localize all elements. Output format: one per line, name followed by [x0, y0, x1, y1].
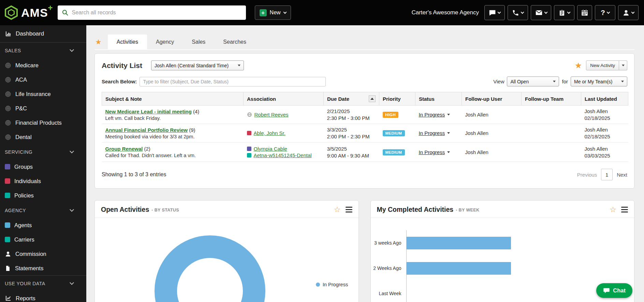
- column-association[interactable]: Association: [244, 92, 324, 106]
- due-time: 2:30 PM - 3:00 PM: [327, 115, 376, 121]
- sidebar-section-servicing[interactable]: SERVICING: [0, 144, 86, 160]
- sidebar-item-policies[interactable]: Policies: [0, 188, 86, 203]
- page-title: Activity List: [102, 61, 142, 70]
- completed-activities-card: My Completed Activities - BY WEEK ☆ 3 we…: [370, 200, 635, 302]
- tab-sales[interactable]: Sales: [183, 35, 214, 50]
- sidebar-item-carriers[interactable]: Carriers: [0, 232, 86, 247]
- sidebar-item-financial-products[interactable]: Financial Products: [0, 115, 86, 130]
- column-followup-user[interactable]: Follow-up User: [462, 92, 522, 106]
- favorite-star-icon[interactable]: ★: [95, 38, 102, 46]
- favorite-star-icon[interactable]: ☆: [334, 206, 341, 214]
- sidebar-item-dashboard[interactable]: Dashboard: [0, 25, 86, 42]
- due-date-cell: 3/3/2025 2:00 PM - 2:30 PM: [324, 124, 379, 142]
- subject-link[interactable]: Group Renewal: [105, 146, 143, 152]
- status-value: In Progress: [419, 149, 445, 155]
- sidebar-item-groups[interactable]: Groups: [0, 160, 86, 174]
- email-button[interactable]: [531, 5, 551, 20]
- column-priority[interactable]: Priority: [379, 92, 415, 106]
- column-subject-note[interactable]: Subject & Note: [102, 92, 244, 106]
- association-link[interactable]: Olympia Cable: [254, 146, 287, 152]
- status-dropdown[interactable]: In Progress: [419, 112, 450, 118]
- card-header: My Completed Activities - BY WEEK ☆: [371, 201, 634, 218]
- new-activity-dropdown-toggle[interactable]: [619, 60, 627, 70]
- subject-link[interactable]: New Medicare Lead - initial meeting: [105, 109, 192, 114]
- chevron-down-icon: [621, 81, 624, 82]
- hamburger-menu-icon[interactable]: [621, 207, 628, 213]
- sidebar-section-agency[interactable]: AGENCY: [0, 203, 86, 218]
- sidebar-item-pc[interactable]: P&C: [0, 101, 86, 115]
- tab-label: Searches: [223, 39, 246, 45]
- hamburger-menu-icon[interactable]: [346, 207, 352, 213]
- association-link[interactable]: Robert Reeves: [254, 112, 289, 118]
- tab-agency[interactable]: Agency: [147, 35, 183, 50]
- sidebar-section-use-your-data[interactable]: USE YOUR DATA: [0, 276, 86, 291]
- sidebar-item-statements[interactable]: Statements: [0, 261, 86, 275]
- status-dropdown[interactable]: In Progress: [419, 130, 450, 136]
- page: AMS+ + New Carter's Awesome Agency: [0, 0, 644, 302]
- sidebar-item-label: Groups: [14, 164, 33, 170]
- tab-searches[interactable]: Searches: [214, 35, 255, 50]
- search-input[interactable]: [72, 10, 242, 16]
- policy-icon: [247, 153, 251, 157]
- association-link[interactable]: Able, John Sr.: [254, 130, 286, 136]
- page-number-button[interactable]: 1: [601, 169, 613, 180]
- messages-button[interactable]: [484, 5, 505, 20]
- sort-asc-icon: [370, 98, 374, 100]
- calendar-button[interactable]: [577, 5, 592, 20]
- column-followup-team[interactable]: Follow-up Team: [522, 92, 581, 106]
- column-last-updated[interactable]: Last Updated: [581, 92, 628, 106]
- status-dropdown[interactable]: In Progress: [419, 149, 450, 155]
- sidebar-item-label: Financial Products: [15, 120, 62, 126]
- for-label: for: [562, 79, 568, 84]
- previous-page-button[interactable]: Previous: [577, 172, 597, 178]
- column-status[interactable]: Status: [415, 92, 462, 106]
- timezone-select[interactable]: Josh Allen (Central Standard Time): [151, 60, 244, 70]
- sidebar-item-individuals[interactable]: Individuals: [0, 174, 86, 188]
- section-label: USE YOUR DATA: [5, 281, 45, 286]
- sidebar-item-agents[interactable]: Agents: [0, 218, 86, 232]
- sidebar-item-life-insurance[interactable]: Life Insurance: [0, 87, 86, 101]
- updated-date: 02/18/2025: [585, 134, 625, 139]
- sidebar-section-sales[interactable]: SALES: [0, 43, 86, 58]
- sidebar-item-reports[interactable]: Reports: [0, 291, 86, 302]
- chat-button[interactable]: Chat: [596, 283, 632, 298]
- tab-activities[interactable]: Activities: [108, 35, 147, 50]
- sort-asc-button[interactable]: [369, 95, 376, 102]
- for-select[interactable]: Me or My Team(s): [571, 77, 627, 86]
- app-logo[interactable]: AMS+: [0, 5, 58, 20]
- sidebar-item-commission[interactable]: Commission: [0, 247, 86, 261]
- target-icon: [5, 134, 11, 140]
- help-button[interactable]: ?: [595, 5, 615, 20]
- sidebar-item-dental[interactable]: Dental: [0, 130, 86, 144]
- chevron-down-icon: [70, 47, 74, 52]
- chat-bubble-icon: [603, 287, 610, 294]
- status-value: In Progress: [419, 130, 445, 136]
- association-link[interactable]: Aetna-w51451245-Dental: [254, 152, 312, 158]
- followup-team-cell: [522, 124, 581, 142]
- favorite-star-icon[interactable]: ☆: [610, 206, 616, 214]
- bar-row: Last Week: [371, 281, 634, 302]
- followup-user-cell: Josh Allen: [462, 142, 522, 162]
- activity-list-card: Activity List Josh Allen (Central Standa…: [94, 53, 634, 189]
- next-page-button[interactable]: Next: [617, 172, 627, 178]
- dashboard-charts-row: Open Activities - BY STATUS ☆ In Progres…: [94, 200, 634, 302]
- view-select[interactable]: All Open: [507, 77, 559, 86]
- favorite-star-icon[interactable]: ★: [575, 61, 582, 70]
- column-due-date[interactable]: Due Date: [324, 92, 379, 106]
- tasks-button[interactable]: [554, 5, 574, 20]
- new-button[interactable]: + New: [255, 5, 291, 20]
- account-button[interactable]: [618, 5, 639, 20]
- dashboard-icon: [5, 30, 12, 37]
- sidebar-item-medicare[interactable]: Medicare: [0, 58, 86, 72]
- sidebar-item-label: Carriers: [14, 236, 34, 243]
- subject-link[interactable]: Annual Financial Portfolio Review: [105, 127, 188, 133]
- logo-hexagon-icon: [4, 5, 18, 20]
- for-select-value: Me or My Team(s): [574, 79, 613, 84]
- followup-user-cell: Josh Allen: [462, 106, 522, 124]
- sidebar-item-aca[interactable]: ACA: [0, 72, 86, 87]
- note-count: (4): [193, 109, 199, 114]
- filter-input[interactable]: [140, 77, 326, 86]
- phone-button[interactable]: [508, 5, 528, 20]
- updated-by: Josh Allen: [585, 146, 625, 152]
- new-activity-button[interactable]: New Activity: [586, 60, 619, 70]
